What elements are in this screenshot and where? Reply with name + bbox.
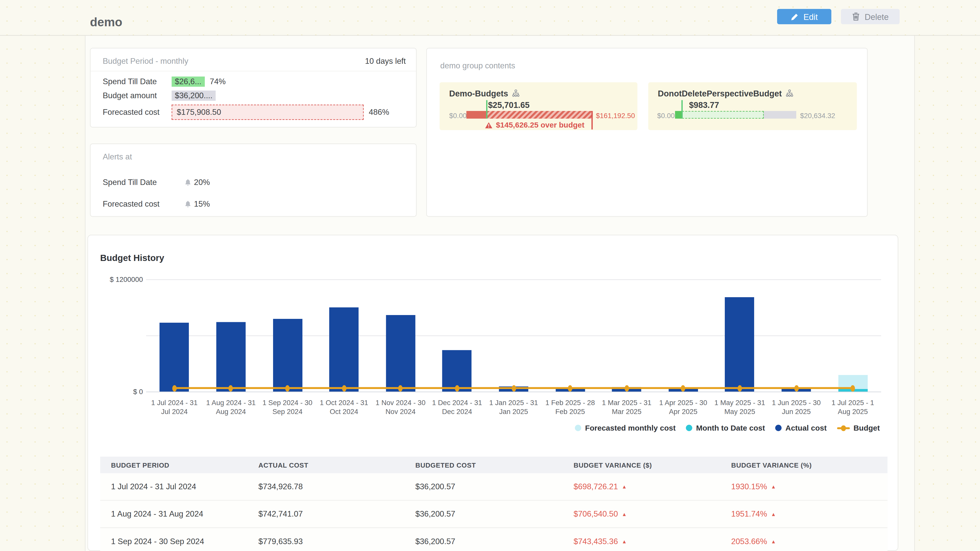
x-axis-label: 1 Mar 2025 - 31 Mar 2025	[600, 399, 654, 416]
col-budget-period[interactable]: BUDGET PERIOD	[100, 461, 259, 469]
variance-up-icon: ▲	[622, 511, 627, 517]
x-axis-label: 1 Aug 2024 - 31 Aug 2024	[204, 399, 258, 416]
budget-point[interactable]	[625, 385, 629, 391]
actual-cost-bar[interactable]	[329, 307, 359, 392]
table-row[interactable]: 1 Sep 2024 - 30 Sep 2024$779,635.93$36,2…	[100, 528, 888, 551]
cell-variance-pct: 1930.15%▲	[731, 482, 875, 491]
legend-swatch	[775, 425, 781, 431]
y-axis-zero-label: $ 0	[133, 388, 143, 395]
group-budget-bar	[466, 111, 593, 119]
legend-item[interactable]: Actual cost	[775, 424, 827, 432]
legend-item[interactable]: Month to Date cost	[686, 424, 765, 432]
bell-icon	[185, 200, 192, 208]
budget-amount-value[interactable]: $36,200....	[172, 91, 216, 101]
variance-up-icon: ▲	[771, 484, 776, 490]
legend-swatch	[837, 427, 850, 429]
cell-actual-cost: $742,741.07	[259, 510, 415, 519]
alert-row-spend: Spend Till Date 20%	[103, 171, 406, 193]
group-budget-max: $20,634.32	[800, 112, 835, 119]
col-budget-variance-usd[interactable]: BUDGET VARIANCE ($)	[574, 461, 732, 469]
alert-forecast-value: 15%	[194, 200, 210, 209]
col-actual-cost[interactable]: ACTUAL COST	[259, 461, 415, 469]
forecasted-cost-label: Forecasted cost	[103, 108, 172, 117]
cell-variance-pct: 1951.74%▲	[731, 510, 875, 519]
x-axis-label: 1 Nov 2024 - 30 Nov 2024	[374, 399, 428, 416]
edit-button[interactable]: Edit	[777, 9, 832, 24]
table-header-row: BUDGET PERIOD ACTUAL COST BUDGETED COST …	[100, 457, 888, 473]
group-budget-demo-budgets[interactable]: Demo-Budgets $25,701.65 $0.00 $161,192.5…	[440, 83, 638, 130]
budget-period-title: Budget Period - monthly	[103, 57, 188, 66]
alert-forecast-label: Forecasted cost	[103, 200, 172, 209]
legend-swatch	[686, 425, 692, 431]
header-divider	[0, 35, 980, 36]
days-left-text: 10 days left	[365, 57, 406, 66]
spend-till-date-percent: 74%	[210, 77, 226, 86]
budget-point[interactable]	[738, 385, 742, 391]
x-axis-label: 1 Oct 2024 - 31 Oct 2024	[317, 399, 371, 416]
cell-budget-period: 1 Sep 2024 - 30 Sep 2024	[100, 537, 259, 546]
group-budget-amount: $25,701.65	[488, 100, 530, 110]
actual-cost-bar[interactable]	[725, 297, 754, 392]
alert-spend-value: 20%	[194, 178, 210, 187]
budget-history-chart[interactable]: 1 Jul 2024 - 31 Jul 20241 Aug 2024 - 31 …	[146, 279, 881, 392]
variance-up-icon: ▲	[771, 539, 776, 545]
budget-point[interactable]	[285, 385, 290, 391]
budget-point[interactable]	[511, 385, 516, 391]
actual-cost-bar[interactable]	[160, 323, 189, 392]
bell-icon	[185, 179, 192, 186]
chart-legend: Forecasted monthly costMonth to Date cos…	[575, 424, 880, 432]
forecast-segment	[682, 111, 763, 119]
cell-budgeted-cost: $36,200.57	[415, 482, 574, 491]
group-budget-name: Demo-Budgets	[449, 89, 508, 98]
spend-till-date-label: Spend Till Date	[103, 77, 172, 86]
x-axis-line	[146, 392, 881, 392]
group-budget-max: $161,192.50	[596, 112, 635, 119]
spend-till-date-value[interactable]: $26,6...	[172, 76, 205, 87]
x-axis-label: 1 May 2025 - 31 May 2025	[713, 399, 767, 416]
table-row[interactable]: 1 Aug 2024 - 31 Aug 2024$742,741.07$36,2…	[100, 501, 888, 528]
x-axis-label: 1 Jul 2024 - 31 Jul 2024	[148, 399, 202, 416]
alert-spend-label: Spend Till Date	[103, 178, 172, 187]
col-budgeted-cost[interactable]: BUDGETED COST	[415, 461, 574, 469]
table-row[interactable]: 1 Jul 2024 - 31 Jul 2024$734,926.78$36,2…	[100, 473, 888, 501]
budget-marker	[486, 100, 487, 119]
over-budget-text: $145,626.25 over budget	[496, 121, 584, 130]
group-budget-donotdelete[interactable]: DonotDeletePerspectiveBudget $983.77 $0.…	[648, 83, 857, 130]
cell-actual-cost: $779,635.93	[259, 537, 415, 546]
variance-up-icon: ▲	[771, 511, 776, 517]
spend-segment	[675, 111, 682, 119]
legend-label: Forecasted monthly cost	[585, 424, 676, 432]
legend-item[interactable]: Forecasted monthly cost	[575, 424, 676, 432]
forecasted-cost-value[interactable]: $175,908.50	[172, 105, 364, 120]
bar-end-marker	[592, 111, 593, 130]
budget-point[interactable]	[568, 385, 573, 391]
x-axis-label: 1 Dec 2024 - 31 Dec 2024	[430, 399, 484, 416]
variance-up-icon: ▲	[622, 539, 627, 545]
budget-point[interactable]	[342, 385, 346, 391]
cell-actual-cost: $734,926.78	[259, 482, 415, 491]
trash-icon	[852, 12, 860, 21]
budget-history-table: BUDGET PERIOD ACTUAL COST BUDGETED COST …	[100, 457, 888, 551]
budget-point[interactable]	[172, 385, 177, 391]
budget-point[interactable]	[794, 385, 799, 391]
budget-point[interactable]	[455, 385, 460, 391]
x-axis-label: 1 Feb 2025 - 28 Feb 2025	[543, 399, 597, 416]
actual-cost-bar[interactable]	[386, 315, 415, 392]
legend-item[interactable]: Budget	[837, 424, 880, 432]
delete-button[interactable]: Delete	[841, 9, 900, 24]
group-budget-min: $0.00	[449, 112, 467, 119]
delete-button-label: Delete	[865, 12, 889, 21]
budget-amount-row: Budget amount $36,200....	[103, 89, 406, 103]
budget-detail-page: demo Edit Delete Budget Period - monthly…	[0, 0, 980, 551]
x-axis-label: 1 Jun 2025 - 30 Jun 2025	[769, 399, 823, 416]
actual-cost-bar[interactable]	[216, 322, 245, 392]
actual-cost-bar[interactable]	[273, 319, 302, 392]
col-budget-variance-pct[interactable]: BUDGET VARIANCE (%)	[731, 461, 875, 469]
over-budget-annotation: $145,626.25 over budget	[485, 121, 584, 130]
budget-history-title: Budget History	[100, 252, 164, 263]
over-budget-segment	[487, 111, 593, 119]
budget-amount-label: Budget amount	[103, 91, 172, 100]
group-budget-bar	[675, 111, 796, 119]
cell-budgeted-cost: $36,200.57	[415, 510, 574, 519]
budget-period-card: Budget Period - monthly 10 days left Spe…	[90, 48, 417, 128]
